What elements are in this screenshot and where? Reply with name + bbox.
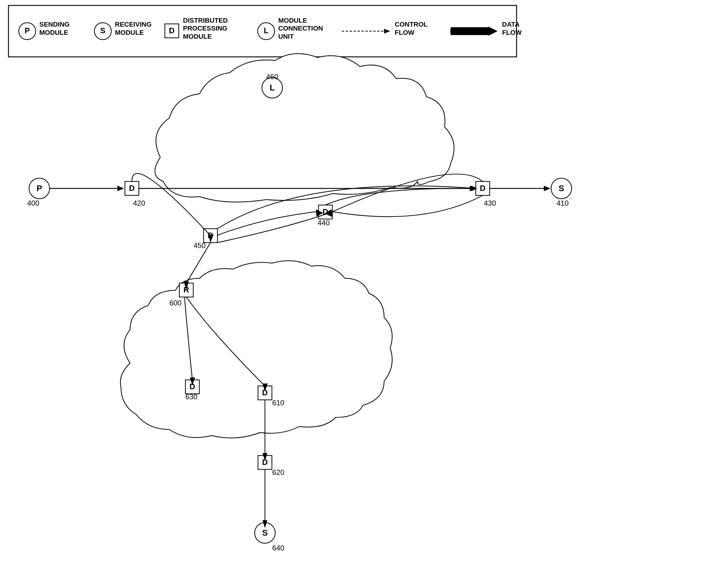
svg-text:420: 420 [133, 199, 145, 207]
svg-text:430: 430 [484, 199, 496, 207]
svg-text:D: D [480, 184, 486, 193]
svg-text:UNIT: UNIT [278, 33, 294, 40]
svg-text:400: 400 [27, 199, 39, 207]
svg-text:S: S [100, 26, 105, 35]
svg-text:440: 440 [318, 219, 330, 227]
svg-marker-36 [544, 186, 550, 191]
svg-text:450: 450 [193, 241, 206, 249]
svg-text:MODULE: MODULE [183, 33, 212, 40]
svg-text:MODULE: MODULE [115, 29, 144, 36]
svg-text:410: 410 [556, 199, 569, 207]
svg-text:MODULE: MODULE [278, 17, 307, 24]
svg-text:RECEIVING: RECEIVING [115, 21, 152, 28]
svg-text:DISTRIBUTED: DISTRIBUTED [183, 17, 228, 24]
svg-text:S: S [262, 528, 268, 537]
svg-text:620: 620 [272, 468, 284, 476]
svg-text:FLOW: FLOW [395, 29, 414, 36]
svg-text:L: L [269, 83, 275, 92]
svg-text:L: L [264, 26, 268, 35]
svg-text:CONNECTION: CONNECTION [278, 25, 323, 32]
svg-text:610: 610 [272, 399, 284, 407]
svg-text:PROCESSING: PROCESSING [183, 25, 228, 32]
svg-text:CONTROL: CONTROL [395, 21, 428, 28]
svg-text:S: S [558, 184, 564, 193]
svg-text:DATA: DATA [502, 21, 520, 28]
svg-text:P: P [25, 26, 30, 35]
svg-text:D: D [169, 26, 175, 35]
svg-text:600: 600 [170, 299, 181, 307]
svg-text:MODULE: MODULE [39, 29, 68, 36]
svg-text:D: D [129, 184, 135, 193]
svg-text:630: 630 [185, 393, 198, 401]
legend-sending-label: SENDING [39, 21, 70, 28]
svg-text:FLOW: FLOW [502, 29, 522, 36]
svg-text:460: 460 [266, 73, 278, 81]
svg-marker-32 [118, 186, 124, 191]
svg-text:640: 640 [272, 544, 284, 552]
svg-text:P: P [36, 184, 42, 193]
